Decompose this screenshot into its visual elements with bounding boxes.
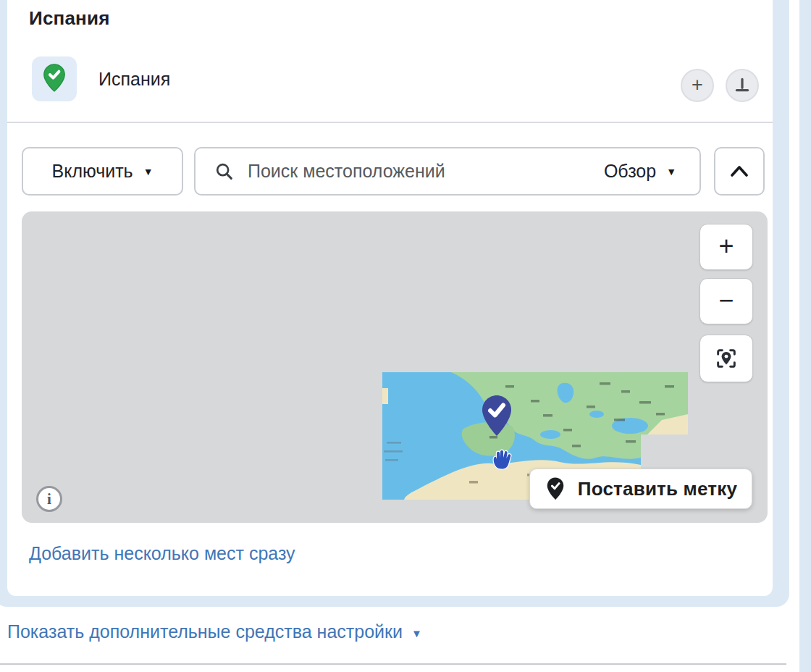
browse-dropdown[interactable]: Обзор ▼ bbox=[604, 161, 681, 182]
drop-pin-label: Поставить метку bbox=[578, 478, 737, 500]
map-info-button[interactable]: i bbox=[36, 486, 62, 512]
caret-down-icon: ▼ bbox=[411, 628, 422, 639]
location-row-label: Испания bbox=[98, 69, 170, 90]
include-mode-dropdown[interactable]: Включить ▼ bbox=[22, 147, 183, 196]
show-more-label: Показать дополнительные средства настрой… bbox=[7, 621, 403, 642]
info-icon: i bbox=[47, 492, 51, 507]
plus-icon: + bbox=[718, 233, 734, 259]
zoom-in-button[interactable]: + bbox=[699, 224, 753, 270]
pin-drop-tool-button[interactable] bbox=[726, 69, 759, 102]
map-canvas[interactable]: + − i bbox=[22, 211, 768, 523]
caret-down-icon: ▼ bbox=[143, 167, 154, 177]
location-targeting-card: Испания Испания + Включить bbox=[7, 0, 773, 596]
section-title: Испания bbox=[29, 7, 110, 30]
zoom-out-button[interactable]: − bbox=[699, 278, 753, 324]
bottom-divider bbox=[0, 663, 786, 665]
section-divider bbox=[7, 122, 773, 123]
chevron-up-icon bbox=[729, 164, 749, 178]
minus-icon: − bbox=[718, 287, 734, 314]
page-right-stripe bbox=[799, 0, 811, 672]
show-more-options-link[interactable]: Показать дополнительные средства настрой… bbox=[7, 621, 422, 642]
pin-check-icon bbox=[545, 476, 566, 501]
include-mode-label: Включить bbox=[51, 161, 133, 182]
bulk-add-locations-link[interactable]: Добавить несколько мест сразу bbox=[29, 543, 295, 564]
plus-icon: + bbox=[692, 75, 703, 95]
location-row-thumbnail bbox=[32, 56, 77, 101]
location-pin-check-icon bbox=[41, 62, 68, 96]
add-location-button[interactable]: + bbox=[681, 69, 714, 102]
location-section-frame: Испания Испания + Включить bbox=[0, 0, 789, 607]
location-search-box: Обзор ▼ bbox=[194, 147, 701, 196]
caret-down-icon: ▼ bbox=[666, 167, 676, 177]
pin-drop-icon bbox=[733, 75, 752, 96]
location-search-input[interactable] bbox=[246, 160, 592, 182]
hand-cursor-icon bbox=[494, 450, 511, 469]
browse-label: Обзор bbox=[604, 161, 656, 182]
locate-pin-button[interactable] bbox=[699, 335, 753, 382]
locate-pin-icon bbox=[714, 346, 739, 371]
drop-pin-button[interactable]: Поставить метку bbox=[529, 469, 752, 509]
search-icon bbox=[214, 161, 235, 182]
collapse-map-button[interactable] bbox=[714, 147, 765, 196]
